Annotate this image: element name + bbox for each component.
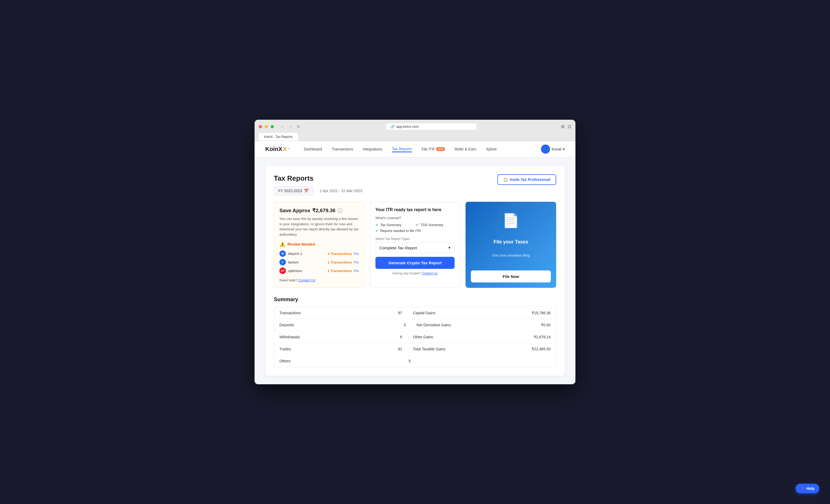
reload-btn[interactable]: ↻ [295, 124, 301, 130]
date-filter[interactable]: FY 2022-2023 📅 [274, 186, 313, 195]
nav-transactions[interactable]: Transactions [332, 146, 353, 152]
wazirx-tx-count: 4 Transactions [327, 252, 352, 256]
new-badge: NEW [436, 147, 445, 151]
deposits-label: Deposits [274, 319, 398, 331]
nav-xplore[interactable]: Xplore [486, 146, 497, 152]
file-itr-label: File ITR [421, 147, 435, 151]
save-card-contact-link[interactable]: Contact Us [298, 278, 315, 282]
summary-row-2: Deposits 5 Net Derivative Gains ₹0.00 [274, 319, 556, 331]
need-help-text: Need help? Contact Us [280, 278, 359, 282]
optimism-tx-count: 1 Transactions [327, 269, 352, 273]
dropdown-arrow-icon: ▾ [448, 245, 451, 250]
others-label: Others [274, 355, 403, 367]
nav-file-itr[interactable]: File ITR NEW [421, 146, 445, 152]
wazirx-name: WazirX-1 [288, 252, 325, 256]
fantom-name: fantom [288, 260, 325, 264]
forward-arrow[interactable]: → [287, 124, 294, 130]
summary-title: Summary [274, 296, 556, 303]
file-taxes-icon: 📄 [502, 212, 519, 229]
total-taxable-gains-value: ₹22,465.50 [526, 343, 556, 355]
svg-point-0 [496, 202, 556, 262]
check-icon-2: ✔ [416, 223, 419, 227]
date-range-text: 1 Apr 2022 - 31 Mar 2023 [320, 189, 362, 193]
coverage-label-1: Tax Summary [380, 223, 402, 227]
avatar-icon: 👤 [543, 146, 548, 152]
coverage-tds-summary: ✔ TDS Summary [416, 223, 454, 227]
save-description: You can save this by quickly resolving a… [280, 216, 359, 237]
close-btn[interactable] [259, 125, 262, 128]
itr-title: Your ITR ready tax report is here [376, 207, 455, 212]
extensions-icon[interactable]: ⊞ [561, 124, 565, 129]
maximize-btn[interactable] [270, 125, 274, 128]
exchange-row-optimism: OP optimism 1 Transactions Fix [280, 268, 359, 274]
check-icon-3: ✔ [376, 229, 379, 233]
nav-integrations[interactable]: Integrations [362, 146, 382, 152]
help-icon: ❓ [800, 486, 805, 491]
chevron-down-icon: ▾ [563, 147, 565, 151]
logo-tm: ™ [287, 147, 290, 150]
generate-crypto-tax-report-button[interactable]: Generate Crypto Tax Report [376, 257, 455, 269]
net-derivative-gains-value: ₹0.00 [536, 319, 556, 331]
help-button[interactable]: ❓ Help [796, 484, 819, 493]
page-content: Tax Reports FY 2022-2023 📅 1 Apr 2022 - … [255, 157, 575, 384]
user-menu[interactable]: 👤 Kunal ▾ [541, 144, 565, 154]
coverage-tax-summary: ✔ Tax Summary [376, 223, 414, 227]
save-title: Save Approx ₹2,679.36 i [280, 207, 359, 213]
file-taxes-card: 📄 File your Taxes One click seamless fil… [466, 202, 556, 288]
file-now-button[interactable]: File Now [471, 270, 551, 282]
coverage-items: ✔ Tax Summary ✔ TDS Summary ✔ Reports ne… [376, 223, 455, 233]
calendar-icon: 📅 [304, 189, 309, 193]
invite-tax-professional-button[interactable]: 📋 Invite Tax Professional [497, 174, 556, 185]
lock-icon: 🔗 [390, 125, 395, 129]
nav-dashboard[interactable]: Dashboard [304, 146, 322, 152]
summary-row-3: Withdrawals 6 Other Gains ₹2,679.14 [274, 331, 556, 343]
select-label: Select Tax Report Types [376, 237, 455, 241]
other-gains-label: Other Gains [408, 331, 528, 343]
fantom-tx-count: 1 Transactions [327, 260, 352, 264]
report-type-select[interactable]: Complete Tax Report ▾ [376, 242, 455, 253]
transactions-label: Transactions [274, 307, 393, 319]
user-avatar: 👤 [541, 144, 550, 154]
others-value: 5 [403, 355, 416, 367]
itr-card: Your ITR ready tax report is here What's… [370, 202, 460, 288]
cards-row: Save Approx ₹2,679.36 i You can save thi… [274, 202, 556, 288]
trades-value: 81 [393, 343, 408, 355]
wazirx-icon: W [280, 250, 286, 257]
review-needed-header: ⚠️ Review Needed [280, 241, 359, 247]
transactions-value: 97 [393, 307, 408, 319]
logo-x: X [283, 146, 287, 153]
need-help-label: Need help? [280, 278, 297, 282]
info-icon[interactable]: i [338, 208, 342, 213]
page-header: Tax Reports FY 2022-2023 📅 1 Apr 2022 - … [274, 174, 556, 195]
exchange-row-fantom: F fantom 1 Transactions Fix [280, 259, 359, 265]
address-bar: 🔗 app.koinx.com [304, 123, 558, 130]
back-arrow[interactable]: ← [279, 124, 286, 130]
trouble-label: Having any trouble? [392, 271, 421, 275]
logo: KoinXX™ [265, 146, 290, 153]
review-label: Review Needed [287, 242, 315, 246]
wazirx-fix-link[interactable]: Fix [354, 252, 359, 256]
empty-right-label [416, 355, 545, 367]
coverage-itr-reports: ✔ Reports needed to file ITR [376, 229, 455, 233]
withdrawals-value: 6 [395, 331, 408, 343]
logo-koin: KoinX [265, 146, 282, 153]
nav-tax-reports[interactable]: Tax Reports [392, 146, 412, 152]
profile-icon[interactable]: ⊡ [568, 124, 571, 129]
user-name: Kunal [552, 147, 561, 151]
file-taxes-subtitle: One click seamless filing [492, 253, 530, 257]
empty-right-value [545, 355, 556, 367]
capital-gains-value: ₹19,786.36 [526, 307, 556, 319]
page-title: Tax Reports [274, 174, 362, 182]
warning-icon: ⚠️ [280, 241, 285, 247]
summary-section: Summary Transactions 97 Capital Gains ₹1… [274, 296, 556, 367]
itr-contact-link[interactable]: Contact Us [422, 271, 438, 275]
browser-tab[interactable]: KoinX - Tax Reports [259, 133, 298, 141]
optimism-icon: OP [280, 268, 286, 274]
optimism-fix-link[interactable]: Fix [354, 269, 359, 273]
fantom-fix-link[interactable]: Fix [354, 260, 359, 264]
invite-icon: 📋 [503, 177, 508, 182]
capital-gains-label: Capital Gains [408, 307, 526, 319]
nav-refer-earn[interactable]: Refer & Earn [454, 146, 476, 152]
minimize-btn[interactable] [265, 125, 268, 128]
summary-row-4: Trades 81 Total Taxable Gains ₹22,465.50 [274, 343, 556, 355]
